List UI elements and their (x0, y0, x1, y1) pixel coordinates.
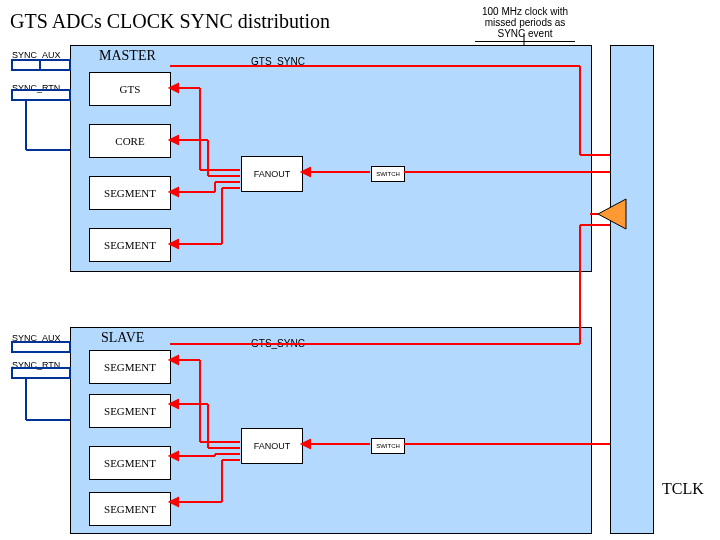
slave-gts-sync-label: GTS_SYNC (251, 338, 305, 349)
right-rail-panel (610, 45, 654, 534)
segment-box: SEGMENT (89, 228, 171, 262)
slave-panel: SLAVE GTS_SYNC SEGMENT SEGMENT SEGMENT S… (70, 327, 592, 534)
amplifier-icon (596, 197, 630, 231)
master-panel: MASTER GTS_SYNC GTS CORE SEGMENT SEGMENT… (70, 45, 592, 272)
segment-box: SEGMENT (89, 492, 171, 526)
sync-aux-label: SYNC_AUX (12, 50, 61, 60)
core-box: CORE (89, 124, 171, 158)
diagram-title: GTS ADCs CLOCK SYNC distribution (10, 10, 330, 33)
master-gts-sync-label: GTS_SYNC (251, 56, 305, 67)
svg-marker-2 (598, 199, 626, 229)
segment-box: SEGMENT (89, 350, 171, 384)
slave-fanout: FANOUT (241, 428, 303, 464)
master-switch: SWITCH (371, 166, 405, 182)
master-fanout: FANOUT (241, 156, 303, 192)
sync-aux-label: SYNC_AUX (12, 333, 61, 343)
sync-rtn-label: SYNC_RTN (12, 360, 60, 370)
segment-box: SEGMENT (89, 394, 171, 428)
gts-box: GTS (89, 72, 171, 106)
master-title: MASTER (99, 48, 156, 64)
slave-switch: SWITCH (371, 438, 405, 454)
segment-box: SEGMENT (89, 176, 171, 210)
slave-title: SLAVE (101, 330, 144, 346)
sync-rtn-label: SYNC_RTN (12, 83, 60, 93)
segment-box: SEGMENT (89, 446, 171, 480)
tclk-label: TCLK (662, 480, 704, 498)
